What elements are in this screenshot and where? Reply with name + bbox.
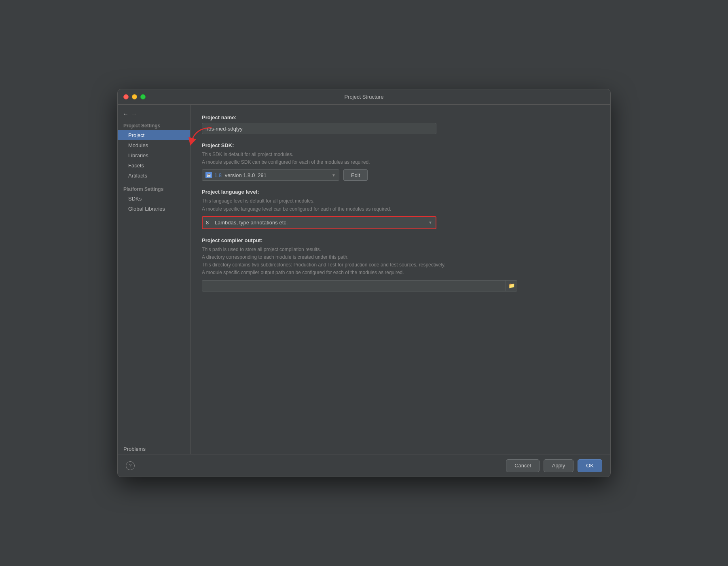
sdk-dropdown[interactable]: ☕ 1.8 version 1.8.0_291 ▼ [202,169,339,181]
sidebar-item-problems[interactable]: Problems [118,444,190,454]
sidebar-item-project[interactable]: Project [118,130,190,140]
project-sdk-section: Project SDK: This SDK is default for all… [202,142,599,181]
sidebar-item-artifacts[interactable]: Artifacts [118,171,190,181]
output-path-folder-button[interactable]: 📁 [506,281,517,291]
back-arrow[interactable]: ← [123,110,129,117]
lang-level-dropdown[interactable]: 8 – Lambdas, type annotations etc. ▼ [202,216,436,229]
project-name-section: Project name: [202,114,599,134]
sdk-icon: ☕ [205,172,212,178]
project-lang-label: Project language level: [202,189,599,195]
ok-button[interactable]: OK [578,459,602,472]
project-lang-section: Project language level: This language le… [202,189,599,229]
sidebar: ← → Project Settings Project Modules Lib… [118,105,190,454]
project-compiler-desc: This path is used to store all project c… [202,246,599,277]
apply-button[interactable]: Apply [544,459,574,472]
sidebar-item-sdks[interactable]: SDKs [118,194,190,204]
sdk-row: ☕ 1.8 version 1.8.0_291 ▼ Edit [202,169,599,181]
forward-arrow[interactable]: → [131,110,137,117]
project-name-input[interactable] [202,123,436,134]
lang-level-value: 8 – Lambdas, type annotations etc. [206,220,288,226]
project-lang-desc: This language level is default for all p… [202,197,599,213]
folder-icon: 📁 [508,283,515,289]
minimize-button[interactable] [132,94,137,99]
window-title: Project Structure [345,94,384,100]
project-sdk-label: Project SDK: [202,142,599,148]
main-layout: ← → Project Settings Project Modules Lib… [118,105,610,454]
platform-settings-section: Platform Settings [118,184,190,194]
sdk-version: 1.8 version 1.8.0_291 [214,172,267,178]
output-path-input[interactable] [202,283,506,289]
sidebar-nav: ← → [118,108,190,120]
sdk-dropdown-arrow: ▼ [332,173,336,177]
project-name-label: Project name: [202,114,599,120]
cancel-button[interactable]: Cancel [506,459,539,472]
sidebar-item-libraries[interactable]: Libraries [118,150,190,161]
project-compiler-section: Project compiler output: This path is us… [202,237,599,291]
sidebar-item-modules[interactable]: Modules [118,140,190,150]
bottom-bar: ? Cancel Apply OK [118,454,610,477]
lang-dropdown-arrow: ▼ [428,220,432,225]
maximize-button[interactable] [140,94,146,99]
project-settings-section: Project Settings [118,120,190,130]
project-compiler-label: Project compiler output: [202,237,599,243]
sidebar-item-facets[interactable]: Facets [118,161,190,171]
bottom-right-buttons: Cancel Apply OK [506,459,602,472]
content-panel: Project name: Project SDK: This SDK is d… [190,105,610,454]
output-path-row: 📁 [202,280,517,291]
sidebar-item-global-libraries[interactable]: Global Libraries [118,204,190,214]
close-button[interactable] [123,94,129,99]
project-structure-dialog: Project Structure ← → Project Settings P… [117,89,611,477]
traffic-lights [123,94,146,99]
project-sdk-desc: This SDK is default for all project modu… [202,151,599,166]
sdk-edit-button[interactable]: Edit [343,169,368,181]
help-button[interactable]: ? [126,461,135,470]
titlebar: Project Structure [118,89,610,105]
